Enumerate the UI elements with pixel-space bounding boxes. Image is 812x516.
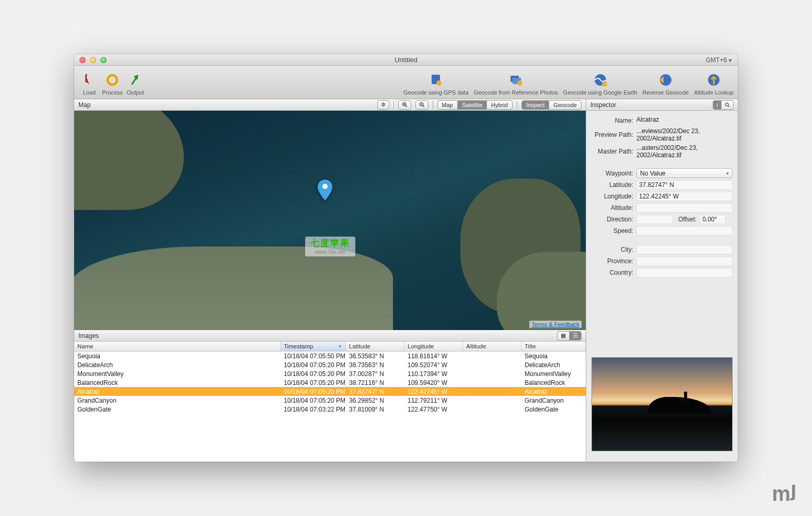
geocode-ref-button[interactable]: Geocode from Reference Photos: [474, 72, 558, 97]
map-canvas[interactable]: 七度苹果 www.7do.net Terms & Feedback: [74, 111, 586, 330]
city-field[interactable]: [636, 245, 733, 254]
offset-field[interactable]: 0.00°: [700, 215, 726, 224]
images-header: Images ▦ ☰: [74, 330, 586, 342]
table-row[interactable]: MonumentValley10/18/04 07:05:20 PM37.002…: [74, 369, 586, 378]
column-timestamp[interactable]: Timestamp▼: [281, 342, 346, 351]
window-controls: [74, 57, 107, 63]
column-name[interactable]: Name: [74, 342, 281, 351]
direction-field[interactable]: [636, 215, 673, 224]
titlebar: Untitled GMT+6▼: [74, 54, 738, 66]
svg-line-20: [728, 105, 729, 107]
process-button[interactable]: Process: [101, 68, 123, 97]
svg-line-12: [405, 105, 407, 107]
image-preview: [591, 357, 733, 451]
map-type-map[interactable]: Map: [438, 101, 458, 109]
zoom-out-button[interactable]: [415, 100, 428, 110]
zoom-window-button[interactable]: [100, 57, 107, 63]
grid-view-icon: ▦: [558, 332, 570, 340]
map-header: Map ✲ MapSatelliteHybrid InspectGeocode: [74, 99, 586, 111]
table-row[interactable]: DelicateArch10/18/04 07:05:20 PM38.73563…: [74, 360, 586, 369]
column-altitude[interactable]: Altitude: [463, 342, 521, 351]
province-field[interactable]: [636, 256, 733, 266]
minimize-window-button[interactable]: [90, 57, 96, 63]
images-heading: Images: [78, 332, 99, 339]
inspector-form: Name:Alcatraz Preview Path:...eviews/200…: [586, 111, 738, 279]
geocode-gearth-icon: [592, 72, 609, 88]
map-settings-button[interactable]: ✲: [377, 100, 389, 110]
altitude-button[interactable]: Altitude Lookup: [694, 72, 734, 97]
timezone-menu[interactable]: GMT+6▼: [706, 56, 738, 64]
inspector-master-path: ...asters/2002/Dec 23, 2002/Alcatraz.tif: [636, 144, 733, 159]
watermark: 七度苹果 www.7do.net: [305, 237, 355, 256]
column-title[interactable]: Title: [521, 342, 586, 351]
mu-badge: mſ: [772, 482, 796, 506]
svg-point-3: [436, 80, 442, 86]
table-row[interactable]: BalancedRock10/18/04 07:05:20 PM38.72116…: [74, 378, 586, 387]
map-type-hybrid[interactable]: Hybrid: [487, 101, 512, 109]
table-row[interactable]: GoldenGate10/18/04 07:03:22 PM37.81009° …: [74, 405, 586, 414]
process-icon: [104, 72, 121, 88]
load-button[interactable]: Load: [78, 68, 100, 97]
map-action-geocode[interactable]: Geocode: [549, 101, 581, 109]
inspector-heading: Inspector: [590, 101, 616, 109]
load-icon: [81, 72, 98, 88]
map-action-segmented[interactable]: InspectGeocode: [521, 100, 582, 110]
geocode-gps-button[interactable]: Geocode using GPS data: [403, 72, 469, 97]
list-view-icon: ☰: [570, 332, 581, 340]
geocode-gearth-button[interactable]: Geocode using Google Earth: [563, 72, 637, 97]
svg-point-8: [602, 81, 607, 87]
inspector-preview-path: ...eviews/2002/Dec 23, 2002/Alcatraz.tif: [636, 127, 733, 142]
geocode-gps-icon: [427, 72, 444, 88]
window-title: Untitled: [74, 56, 738, 64]
svg-point-18: [322, 184, 328, 189]
terms-feedback-link[interactable]: Terms & Feedback: [529, 321, 582, 328]
inspector-header: Inspector i: [586, 99, 738, 111]
zoom-in-button[interactable]: [398, 100, 411, 110]
search-icon: [722, 101, 733, 109]
reverse-geo-button[interactable]: Reverse Geocode: [642, 72, 689, 97]
altitude-icon: [705, 72, 722, 88]
map-action-inspect[interactable]: Inspect: [522, 101, 549, 109]
output-button[interactable]: Output: [124, 68, 146, 97]
longitude-field[interactable]: 122.42245° W: [636, 192, 733, 201]
map-type-satellite[interactable]: Satellite: [458, 101, 487, 109]
info-icon: i: [713, 101, 722, 109]
waypoint-select[interactable]: No Value▾: [636, 168, 733, 178]
svg-point-1: [108, 75, 117, 85]
images-table: NameTimestamp▼LatitudeLongitudeAltitudeT…: [74, 342, 586, 462]
column-longitude[interactable]: Longitude: [404, 342, 463, 351]
reverse-geo-icon: [657, 72, 674, 88]
inspector-mode-toggle[interactable]: i: [713, 100, 734, 110]
geocode-ref-icon: [507, 72, 524, 88]
close-window-button[interactable]: [79, 57, 86, 63]
map-pin[interactable]: [318, 180, 332, 203]
svg-point-19: [725, 103, 728, 106]
map-heading: Map: [78, 101, 90, 109]
country-field[interactable]: [636, 268, 733, 277]
altitude-field[interactable]: [636, 203, 733, 213]
speed-field[interactable]: [636, 226, 733, 236]
table-row[interactable]: Sequoia10/18/04 07:05:50 PM36.53583° N11…: [74, 351, 586, 360]
images-view-toggle[interactable]: ▦ ☰: [557, 331, 582, 341]
toolbar: LoadProcessOutput Geocode using GPS data…: [74, 66, 738, 99]
output-icon: [127, 72, 144, 88]
map-type-segmented[interactable]: MapSatelliteHybrid: [437, 100, 513, 110]
inspector-name: Alcatraz: [636, 116, 733, 125]
table-row[interactable]: Alcatraz10/18/04 07:05:20 PM37.82747° N1…: [74, 387, 586, 396]
column-latitude[interactable]: Latitude: [346, 342, 404, 351]
svg-point-6: [517, 80, 523, 86]
table-row[interactable]: GrandCanyon10/18/04 07:05:20 PM36.29852°…: [74, 396, 586, 405]
app-window: Untitled GMT+6▼ LoadProcessOutput Geocod…: [74, 54, 738, 462]
latitude-field[interactable]: 37.82747° N: [636, 180, 733, 190]
svg-line-16: [423, 105, 424, 107]
